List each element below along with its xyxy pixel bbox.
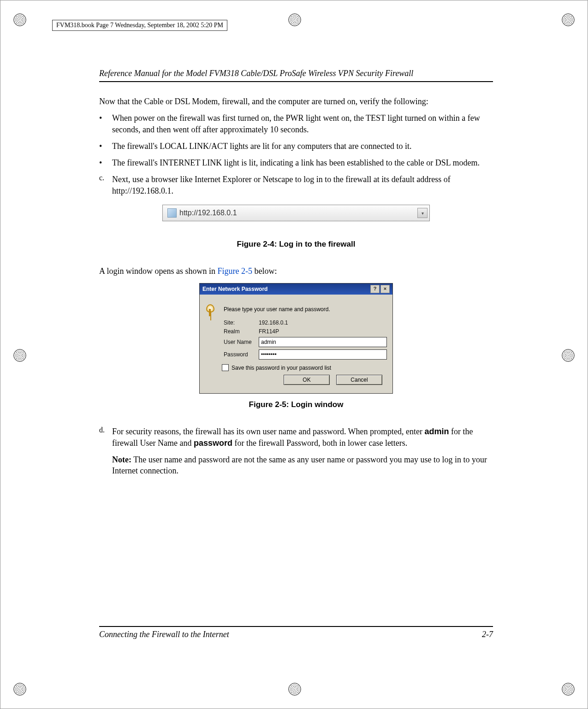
password-label: Password (224, 351, 259, 358)
save-password-label: Save this password in your password list (232, 365, 331, 371)
bullet-item: The firewall's INTERNET LINK light is li… (112, 157, 493, 168)
intro-paragraph: Now that the Cable or DSL Modem, firewal… (99, 96, 493, 107)
address-url[interactable]: http://192.168.0.1 (179, 209, 417, 217)
figure-caption-25: Figure 2-5: Login window (99, 400, 493, 409)
crop-mark-icon (13, 683, 26, 696)
save-password-checkbox[interactable] (222, 364, 229, 371)
login-intro: A login window opens as shown in Figure … (99, 266, 493, 277)
dialog-title: Enter Network Password (202, 286, 267, 292)
header-rule (99, 81, 493, 82)
content-area: Reference Manual for the Model FVM318 Ca… (99, 69, 493, 488)
dialog-body: Please type your user name and password.… (200, 295, 392, 393)
username-input[interactable] (259, 337, 387, 347)
site-label: Site: (224, 319, 259, 326)
step-label: d. (99, 426, 112, 482)
close-button[interactable]: × (380, 285, 390, 293)
figure-caption-24: Figure 2-4: Log in to the firewall (99, 240, 493, 249)
site-value: 192.168.0.1 (259, 319, 288, 326)
bullet-item: The firewall's LOCAL LINK/ACT lights are… (112, 141, 493, 152)
running-header: Reference Manual for the Model FVM318 Ca… (99, 69, 493, 78)
realm-label: Realm (224, 328, 259, 335)
step-c: c. Next, use a browser like Internet Exp… (99, 174, 493, 196)
page-footer: Connecting the Firewall to the Internet … (99, 626, 493, 639)
figure-address-bar: http://192.168.0.1 ▾ (162, 205, 430, 221)
address-bar[interactable]: http://192.168.0.1 ▾ (162, 205, 430, 221)
footer-chapter: Connecting the Firewall to the Internet (99, 630, 229, 639)
step-d-post: for the firewall Password, both in lower… (232, 438, 407, 448)
crop-mark-icon (562, 683, 575, 696)
username-label: User Name (224, 339, 259, 345)
ok-button[interactable]: OK (284, 375, 330, 385)
login-intro-pre: A login window opens as shown in (99, 266, 218, 276)
dropdown-icon[interactable]: ▾ (417, 208, 428, 218)
note-text: The user name and password are not the s… (112, 455, 487, 475)
password-literal: password (194, 438, 232, 448)
footer-page-number: 2-7 (482, 630, 493, 639)
figure-link[interactable]: Figure 2-5 (218, 266, 253, 276)
document-page: FVM318.book Page 7 Wednesday, September … (0, 0, 588, 709)
step-text: Next, use a browser like Internet Explor… (112, 174, 493, 196)
book-tag: FVM318.book Page 7 Wednesday, September … (52, 20, 227, 31)
dialog-prompt: Please type your user name and password. (224, 306, 330, 313)
footer-rule (99, 626, 493, 627)
login-intro-post: below: (252, 266, 277, 276)
step-label: c. (99, 174, 112, 196)
crop-mark-icon (13, 349, 26, 362)
step-d-pre: For security reasons, the firewall has i… (112, 427, 425, 436)
realm-value: FR114P (259, 328, 279, 335)
admin-literal: admin (425, 427, 449, 436)
password-input[interactable] (259, 349, 387, 360)
figure-login-window: Enter Network Password ? × Please type y… (199, 283, 393, 394)
page-icon (167, 208, 177, 218)
login-dialog: Enter Network Password ? × Please type y… (199, 283, 393, 394)
step-text: For security reasons, the firewall has i… (112, 426, 493, 482)
cancel-button[interactable]: Cancel (336, 375, 382, 385)
crop-mark-icon (562, 13, 575, 26)
dialog-titlebar: Enter Network Password ? × (200, 284, 392, 295)
step-d: d. For security reasons, the firewall ha… (99, 426, 493, 482)
crop-mark-icon (288, 13, 301, 26)
help-button[interactable]: ? (370, 285, 380, 293)
note-label: Note: (112, 455, 131, 464)
bullet-item: When power on the firewall was first tur… (112, 112, 493, 135)
crop-mark-icon (288, 683, 301, 696)
crop-mark-icon (562, 349, 575, 362)
key-icon (205, 301, 218, 317)
crop-mark-icon (13, 13, 26, 26)
